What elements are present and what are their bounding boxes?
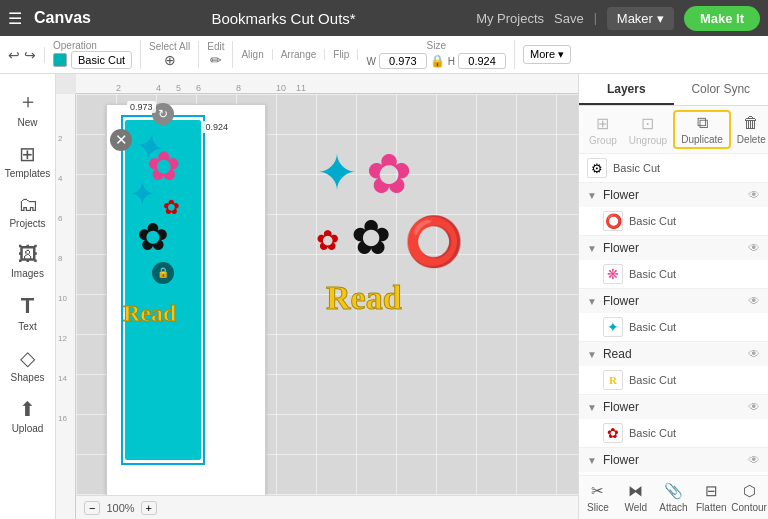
- undo-button[interactable]: ↩: [8, 47, 20, 63]
- layer-read-sub[interactable]: R Basic Cut: [579, 366, 768, 394]
- sidebar-label-new: New: [17, 117, 37, 128]
- width-input[interactable]: [379, 53, 427, 69]
- eye-icon-6[interactable]: 👁: [748, 453, 760, 467]
- layer-read-header[interactable]: ▼ Read 👁: [579, 342, 768, 366]
- zoom-in-button[interactable]: +: [141, 501, 157, 515]
- ruler-v-mark: 14: [58, 374, 67, 383]
- eye-icon-1[interactable]: 👁: [748, 188, 760, 202]
- eye-icon-3[interactable]: 👁: [748, 294, 760, 308]
- duplicate-button[interactable]: ⧉ Duplicate: [673, 110, 731, 149]
- canvas-area[interactable]: 2 4 5 6 8 10 11 2 4 6 8 10 12 14 16: [56, 74, 578, 519]
- layer-read: ▼ Read 👁 R Basic Cut: [579, 342, 768, 395]
- read-text-scattered: Read: [326, 279, 402, 317]
- more-button[interactable]: More ▾: [523, 45, 571, 64]
- shapes-icon: ◇: [20, 346, 35, 370]
- layer-basic-cut-row[interactable]: ⚙ Basic Cut: [579, 154, 768, 182]
- delete-label: Delete: [737, 134, 766, 145]
- maker-button[interactable]: Maker ▾: [607, 7, 674, 30]
- layer-basic-cut-top: ⚙ Basic Cut: [579, 154, 768, 183]
- left-sidebar: ＋ New ⊞ Templates 🗂 Projects 🖼 Images T …: [0, 74, 56, 519]
- operation-select[interactable]: Basic Cut: [71, 51, 132, 69]
- panel-tabs: Layers Color Sync: [579, 74, 768, 106]
- arrange-label: Arrange: [281, 49, 317, 60]
- more-group: More ▾: [523, 45, 579, 64]
- group-button[interactable]: ⊞ Group: [583, 112, 623, 148]
- my-projects-link[interactable]: My Projects: [476, 11, 544, 26]
- select-all-button[interactable]: ⊕: [164, 52, 176, 68]
- undo-redo-group: ↩ ↪: [8, 47, 45, 63]
- duplicate-label: Duplicate: [681, 134, 723, 145]
- delete-icon: 🗑: [743, 114, 759, 132]
- sidebar-item-new[interactable]: ＋ New: [3, 82, 53, 134]
- make-it-button[interactable]: Make It: [684, 6, 760, 31]
- select-all-label: Select All: [149, 41, 190, 52]
- layer-flower-1-sub[interactable]: ⭕ Basic Cut: [579, 207, 768, 235]
- ruler-v-mark: 6: [58, 214, 62, 223]
- ruler-mark-10: 10: [276, 83, 286, 93]
- zoom-out-button[interactable]: −: [84, 501, 100, 515]
- sidebar-item-templates[interactable]: ⊞ Templates: [3, 136, 53, 185]
- lock-icon[interactable]: 🔒: [430, 54, 445, 68]
- ungroup-label: Ungroup: [629, 135, 667, 146]
- layer-flower-5-header[interactable]: ▼ Flower 👁: [579, 395, 768, 419]
- ruler-v-mark: 4: [58, 174, 62, 183]
- duplicate-icon: ⧉: [697, 114, 708, 132]
- eye-icon-5[interactable]: 👁: [748, 400, 760, 414]
- weld-icon: ⧓: [628, 482, 643, 500]
- height-input[interactable]: [458, 53, 506, 69]
- weld-button[interactable]: ⧓ Weld: [617, 480, 655, 515]
- sidebar-label-templates: Templates: [5, 168, 51, 179]
- save-button[interactable]: Save: [554, 11, 584, 26]
- layer-flower-3-header[interactable]: ▼ Flower 👁: [579, 289, 768, 313]
- flatten-button[interactable]: ⊟ Flatten: [692, 480, 730, 515]
- canvas-label: Canvas: [34, 9, 91, 27]
- layer-flower-1-header[interactable]: ▼ Flower 👁: [579, 183, 768, 207]
- layer-read-cut: Basic Cut: [629, 374, 760, 386]
- weld-label: Weld: [624, 502, 647, 513]
- layer-thumb-ring: ⭕: [603, 211, 623, 231]
- ruler-v-mark: 10: [58, 294, 67, 303]
- flower-black-bookmark: ✿: [137, 215, 169, 259]
- layer-thumb-star: ✦: [603, 317, 623, 337]
- chevron-icon-5: ▼: [587, 402, 597, 413]
- eye-icon-read[interactable]: 👁: [748, 347, 760, 361]
- eye-icon-2[interactable]: 👁: [748, 241, 760, 255]
- layer-flower-2-header[interactable]: ▼ Flower 👁: [579, 236, 768, 260]
- close-handle[interactable]: ✕: [110, 129, 132, 151]
- ruler-mark-5: 5: [176, 83, 181, 93]
- lock-handle[interactable]: 🔒: [152, 262, 174, 284]
- layer-flower-2-sub[interactable]: ❋ Basic Cut: [579, 260, 768, 288]
- sidebar-item-shapes[interactable]: ◇ Shapes: [3, 340, 53, 389]
- scattered-pink-1: ✿: [366, 142, 412, 206]
- tab-color-sync[interactable]: Color Sync: [674, 74, 769, 105]
- sidebar-item-upload[interactable]: ⬆ Upload: [3, 391, 53, 440]
- ruler-v-mark: 16: [58, 414, 67, 423]
- tab-layers[interactable]: Layers: [579, 74, 674, 105]
- contour-button[interactable]: ⬡ Contour: [730, 480, 768, 515]
- redo-button[interactable]: ↪: [24, 47, 36, 63]
- zoom-bar: − 100% +: [76, 495, 578, 519]
- sidebar-item-images[interactable]: 🖼 Images: [3, 237, 53, 285]
- edit-button[interactable]: ✏: [210, 52, 222, 68]
- sidebar-item-projects[interactable]: 🗂 Projects: [3, 187, 53, 235]
- flower-red-small: ✿: [163, 195, 180, 219]
- layer-flower-6-header[interactable]: ▼ Flower 👁: [579, 448, 768, 472]
- chevron-icon-read: ▼: [587, 349, 597, 360]
- layer-flower-3-sub[interactable]: ✦ Basic Cut: [579, 313, 768, 341]
- flip-label: Flip: [333, 49, 349, 60]
- color-swatch[interactable]: [53, 53, 67, 67]
- chevron-icon-2: ▼: [587, 243, 597, 254]
- menu-icon[interactable]: ☰: [8, 9, 22, 28]
- scattered-red: ✿: [316, 224, 339, 257]
- slice-button[interactable]: ✂ Slice: [579, 480, 617, 515]
- ruler-horizontal: 2 4 5 6 8 10 11: [76, 74, 578, 94]
- sidebar-item-text[interactable]: T Text: [3, 287, 53, 338]
- ungroup-button[interactable]: ⊡ Ungroup: [623, 112, 673, 148]
- delete-button[interactable]: 🗑 Delete: [731, 112, 768, 147]
- edit-label: Edit: [207, 41, 224, 52]
- attach-button[interactable]: 📎 Attach: [655, 480, 693, 515]
- ungroup-icon: ⊡: [641, 114, 654, 133]
- layer-flower-2: ▼ Flower 👁 ❋ Basic Cut: [579, 236, 768, 289]
- layer-flower-5-sub[interactable]: ✿ Basic Cut: [579, 419, 768, 447]
- topbar-right: My Projects Save | Maker ▾ Make It: [476, 6, 760, 31]
